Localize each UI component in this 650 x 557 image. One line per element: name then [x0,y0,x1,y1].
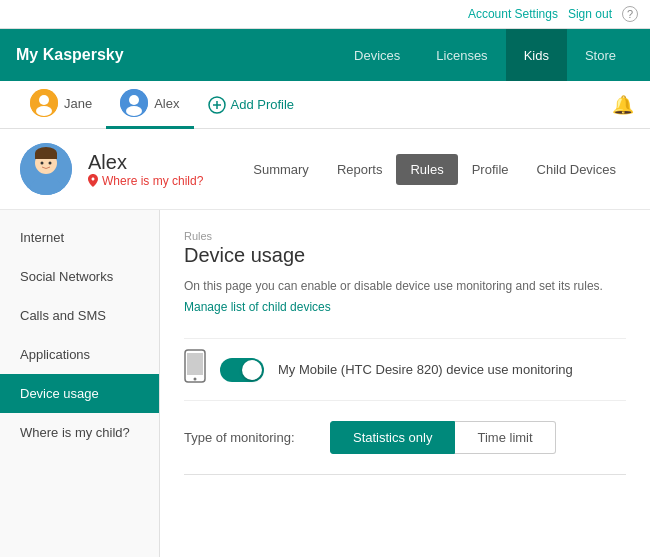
profile-tab-alex[interactable]: Alex [106,81,193,129]
sign-out-link[interactable]: Sign out [568,7,612,21]
child-location[interactable]: Where is my child? [88,174,223,188]
nav-links: Devices Licenses Kids Store [336,29,634,81]
nav-link-store[interactable]: Store [567,29,634,81]
device-row: My Mobile (HTC Desire 820) device use mo… [184,338,626,401]
child-tab-summary[interactable]: Summary [239,154,323,185]
child-tab-child-devices[interactable]: Child Devices [523,154,630,185]
child-tab-reports[interactable]: Reports [323,154,397,185]
svg-rect-17 [187,353,203,375]
child-tabs: Summary Reports Rules Profile Child Devi… [239,154,630,185]
content-area: Internet Social Networks Calls and SMS A… [0,210,650,557]
device-label: My Mobile (HTC Desire 820) device use mo… [278,362,573,377]
alex-label: Alex [154,96,179,111]
account-settings-link[interactable]: Account Settings [468,7,558,21]
child-name: Alex [88,151,223,174]
child-tab-profile[interactable]: Profile [458,154,523,185]
monitoring-label: Type of monitoring: [184,430,314,445]
avatar-alex [120,89,148,117]
child-tab-rules[interactable]: Rules [396,154,457,185]
child-info: Alex Where is my child? [88,151,223,188]
btn-statistics-only[interactable]: Statistics only [330,421,455,454]
sidebar-item-applications[interactable]: Applications [0,335,159,374]
monitoring-row: Type of monitoring: Statistics only Time… [184,421,626,454]
content-divider [184,474,626,475]
monitoring-btn-group: Statistics only Time limit [330,421,556,454]
child-avatar-large [20,143,72,195]
nav-bar: My Kaspersky Devices Licenses Kids Store [0,29,650,81]
nav-brand: My Kaspersky [16,46,336,64]
svg-point-4 [129,95,139,105]
svg-point-15 [49,162,52,165]
sidebar-item-calls-and-sms[interactable]: Calls and SMS [0,296,159,335]
nav-link-kids[interactable]: Kids [506,29,567,81]
top-bar: Account Settings Sign out ? [0,0,650,29]
bell-icon[interactable]: 🔔 [612,94,634,116]
svg-point-14 [41,162,44,165]
svg-point-2 [36,106,52,116]
breadcrumb: Rules [184,230,626,242]
btn-time-limit[interactable]: Time limit [455,421,555,454]
manage-link[interactable]: Manage list of child devices [184,300,331,314]
help-icon[interactable]: ? [622,6,638,22]
add-profile-label: Add Profile [231,97,295,112]
child-header: Alex Where is my child? Summary Reports … [0,129,650,210]
sidebar-item-device-usage[interactable]: Device usage [0,374,159,413]
page-description: On this page you can enable or disable d… [184,277,626,295]
toggle-knob [242,360,262,380]
sidebar-item-social-networks[interactable]: Social Networks [0,257,159,296]
main-content: Rules Device usage On this page you can … [160,210,650,557]
avatar-jane [30,89,58,117]
device-phone-icon [184,349,206,390]
jane-label: Jane [64,96,92,111]
location-label: Where is my child? [102,174,203,188]
sidebar-item-internet[interactable]: Internet [0,218,159,257]
add-profile-button[interactable]: Add Profile [194,81,309,129]
svg-point-1 [39,95,49,105]
nav-link-devices[interactable]: Devices [336,29,418,81]
page-title: Device usage [184,244,626,267]
svg-rect-13 [35,153,57,159]
profile-bar: Jane Alex Add Profile 🔔 [0,81,650,129]
sidebar: Internet Social Networks Calls and SMS A… [0,210,160,557]
svg-point-5 [126,106,142,116]
profile-tab-jane[interactable]: Jane [16,81,106,129]
svg-point-18 [194,378,197,381]
nav-link-licenses[interactable]: Licenses [418,29,505,81]
sidebar-item-where-is-my-child[interactable]: Where is my child? [0,413,159,452]
toggle-switch[interactable] [220,358,264,382]
